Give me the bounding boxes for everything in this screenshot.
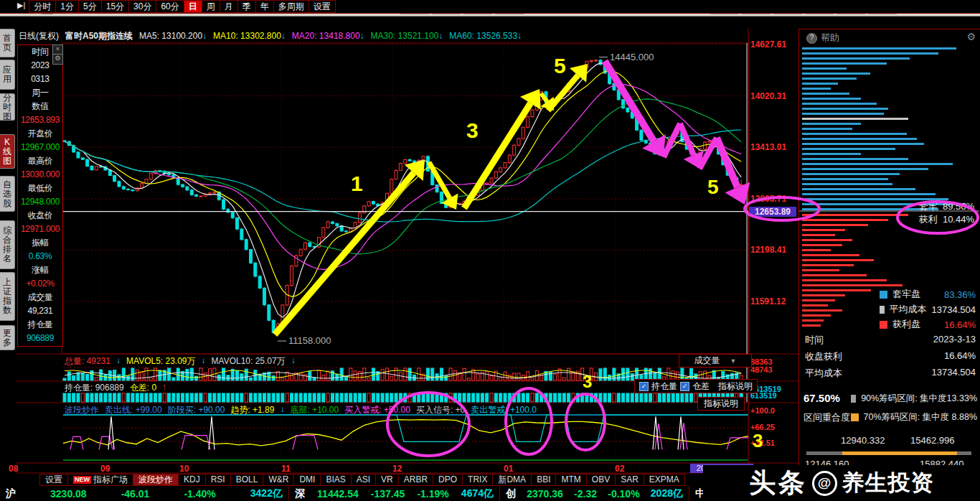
volume-type-dropdown[interactable]: 成交量 ▼ [679, 354, 752, 367]
tf-item-5分[interactable]: 5分 [79, 0, 102, 13]
info-row-19: 49,231 [18, 304, 62, 318]
tab-BBI[interactable]: BBI [532, 474, 556, 486]
info-row-3: 周一 [18, 86, 62, 100]
chip-distribution-panel: ? 帮助 ⚙ 套牢 89.56% 获利 10.44% 套牢盘83.36%平均成本… [798, 29, 980, 475]
date-tick-11: 11 [281, 464, 291, 474]
tf-item-日[interactable]: 日 [184, 0, 202, 13]
date-tick-08: 08 [9, 464, 18, 474]
sidebar-item-上证指数[interactable]: 上证指数 [0, 272, 15, 321]
sidebar-item-更多[interactable]: 更多 [0, 325, 15, 350]
chip-legend-0: 套牢盘83.36% [880, 288, 976, 301]
ma-item-0: MA5: 13100.200↓ [139, 29, 207, 43]
info-row-11: 12948.000 [18, 195, 62, 209]
tab-新DMA[interactable]: 新DMA [493, 474, 532, 486]
vol-header-item-1: ↓ [116, 355, 121, 367]
tab-OBV[interactable]: OBV [587, 474, 616, 486]
sidebar-item-应用[interactable]: 应用 [0, 60, 15, 90]
tf-item-月[interactable]: 月 [220, 0, 238, 13]
position-explain-link[interactable]: 指标说明 [718, 380, 753, 393]
info-row-12: 收盘价 [18, 209, 62, 223]
ind-header-item-3: 趋势: +1.89 [230, 404, 274, 416]
tab-指标广场[interactable]: NEW指标广场 [68, 474, 133, 486]
ma-values: MA5: 13100.200↓MA10: 13302.800↓MA20: 134… [139, 29, 522, 43]
tf-item-周[interactable]: 周 [202, 0, 220, 13]
at-icon: @ [812, 471, 837, 496]
ma-item-2: MA20: 13418.800↓ [292, 29, 364, 43]
checkbox-仓差[interactable]: ✓ [680, 382, 689, 391]
chip-info-0: 时间2023-3-13 [805, 334, 976, 347]
volume-header: 总量: 49231↓MAVOL5: 23.09万↓MAVOL10: 25.07万… [65, 355, 296, 367]
checkbox-label-持仓量: 持仓量 [651, 380, 677, 393]
tf-item-1分[interactable]: 1分 [56, 0, 79, 13]
tf-item-60分[interactable]: 60分 [156, 0, 184, 13]
vol-header-item-2: MAVOL5: 23.09万 [126, 355, 196, 367]
tab-ARBR[interactable]: ARBR [399, 474, 433, 486]
tab-波段炒作[interactable]: 波段炒作 [133, 474, 179, 486]
tab-DPO[interactable]: DPO [433, 474, 463, 486]
timeframe-bar: ▶| 分时1分5分15分30分60分日周月季年多周期设置 [0, 0, 980, 14]
info-row-7: 12967.000 [18, 141, 62, 154]
ind-axis-2: +32.51 [750, 439, 775, 447]
tab-ASI[interactable]: ASI [352, 474, 376, 486]
info-row-10: 最低价 [18, 182, 62, 195]
tab-VR[interactable]: VR [376, 474, 399, 486]
help-button[interactable]: ? 帮助 [806, 32, 839, 45]
checkbox-持仓量[interactable]: ✓ [639, 382, 649, 391]
tf-item-30分[interactable]: 30分 [129, 0, 156, 13]
symbol-name: 富时A50期指连续 [65, 29, 133, 43]
sidebar-item-K线图[interactable]: K线图 [0, 134, 15, 169]
ind-header-item-0: 波段炒作 [65, 404, 99, 416]
date-tick-09: 09 [100, 464, 110, 474]
range-low: 12940.332 [841, 435, 885, 446]
tf-item-多周期[interactable]: 多周期 [274, 0, 309, 13]
sidebar-item-首页[interactable]: 首页 [0, 29, 15, 57]
volume-dropdown-label: 成交量 [694, 355, 720, 367]
chip-settings-gear-icon[interactable]: ⚙ [966, 31, 976, 42]
ma-item-3: MA30: 13521.100↓ [371, 29, 443, 43]
tab-TRIX[interactable]: TRIX [463, 474, 493, 486]
tab-EXPMA[interactable]: EXPMA [644, 474, 685, 486]
tab-DMI[interactable]: DMI [294, 474, 321, 486]
tf-item-15分[interactable]: 15分 [102, 0, 129, 13]
watermark: 头条 @ 养生投资 [703, 465, 980, 501]
tab-KDJ[interactable]: KDJ [179, 474, 206, 486]
index-segment-深: 深11442.54-137.45-1.19%4674亿 [289, 486, 500, 501]
sidebar-item-综合排名[interactable]: 综合排名 [0, 220, 15, 269]
ind-header-item-7: 买入信号: +0 [416, 404, 465, 416]
info-row-13: 12971.000 [18, 223, 62, 236]
tf-item-季[interactable]: 季 [238, 0, 256, 13]
tab-MTM[interactable]: MTM [556, 474, 586, 486]
svg-text:5: 5 [707, 176, 719, 198]
ohlc-rows: 时间20230313周一数值12653.893开盘价12967.000最高价13… [18, 45, 62, 345]
info-row-15: 0.63% [18, 250, 62, 263]
info-row-2: 0313 [18, 72, 62, 86]
tf-item-年[interactable]: 年 [256, 0, 274, 13]
ind-header-item-4: ↓ [280, 404, 284, 416]
tab-BIAS[interactable]: BIAS [321, 474, 351, 486]
gear-icon[interactable]: ⚙ [52, 54, 63, 65]
tab-设置[interactable]: 设置 [39, 474, 68, 486]
position-header: 持仓量: 906889仓差: 0↑ [65, 382, 166, 394]
ma-item-4: MA60: 13526.533↓ [449, 29, 522, 43]
range-slider[interactable] [806, 451, 971, 455]
svg-text:5: 5 [554, 54, 566, 78]
sidebar-item-自选股[interactable]: 自选股 [0, 176, 15, 212]
ind-axis-0: +100.0 [750, 406, 775, 415]
ind-header-item-1: 卖出线: +99.00 [105, 404, 162, 416]
collapse-left-icon[interactable]: ▶| [0, 0, 29, 13]
question-icon: ? [806, 33, 817, 44]
tab-BOLL[interactable]: BOLL [231, 474, 264, 486]
tab-W&R[interactable]: W&R [263, 474, 294, 486]
pos-header-item-2: ↑ [162, 382, 166, 394]
tf-item-分时[interactable]: 分时 [29, 0, 56, 13]
tab-RSI[interactable]: RSI [206, 474, 231, 486]
date-tick-01: 01 [504, 464, 513, 474]
indicator-explain-link[interactable]: 指标说明 [697, 397, 745, 411]
watermark-brand: 头条 [750, 465, 807, 501]
info-row-8: 最高价 [18, 154, 62, 168]
tab-SAR[interactable]: SAR [616, 474, 644, 486]
sidebar-item-分时图[interactable]: 分时图 [0, 93, 15, 121]
info-row-21: 906889 [18, 332, 62, 345]
profit-ratio: 获利 10.44% [919, 213, 974, 226]
tf-item-设置[interactable]: 设置 [309, 0, 336, 13]
